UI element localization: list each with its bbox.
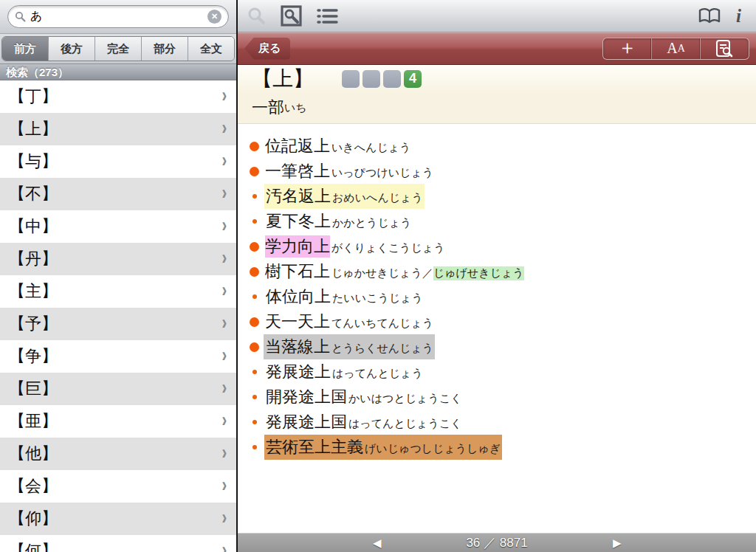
entry-reading: いっぴつけいじょう (331, 166, 433, 180)
entry-bullet-icon (252, 445, 257, 449)
chevron-right-icon: › (222, 484, 227, 489)
list-view-icon[interactable] (316, 7, 339, 26)
entry-word: 学力向上 (265, 235, 330, 258)
entry-bullet-icon (252, 420, 257, 424)
search-in-page-button[interactable] (701, 38, 749, 59)
entry-word: 芸術至上主義 (266, 436, 363, 458)
list-item[interactable]: 【予】› (0, 308, 236, 340)
pager-bar: ◀ 36 ／ 8871 ▶ (238, 533, 756, 552)
entry-text: 開発途上国かいはつとじょうこく (264, 384, 464, 410)
sidebar: あ ✕ 前方後方完全部分全文 検索（273） 【丁】›【上】›【与】›【不】›【… (0, 0, 236, 552)
pattern-view-icon[interactable] (280, 4, 303, 27)
list-item[interactable]: 【何】› (0, 535, 236, 552)
tab-全文[interactable]: 全文 (188, 37, 234, 61)
clear-search-icon[interactable]: ✕ (207, 10, 221, 24)
search-value[interactable]: あ (30, 9, 207, 24)
entry-row[interactable]: 開発途上国かいはつとじょうこく (250, 384, 756, 410)
info-icon[interactable]: i (736, 7, 741, 25)
results-count-header: 検索（273） (0, 64, 236, 80)
top-toolbar: i (238, 0, 756, 32)
chevron-right-icon: › (222, 224, 227, 229)
headword: 【上】 (252, 65, 314, 93)
list-item[interactable]: 【他】› (0, 438, 236, 470)
list-item[interactable]: 【仰】› (0, 503, 236, 535)
back-button[interactable]: 戻る (244, 38, 290, 60)
entry-text: 発展途上国はってんとじょうこく (264, 410, 464, 435)
list-item[interactable]: 【主】› (0, 275, 236, 308)
list-item[interactable]: 【争】› (0, 340, 236, 373)
list-item[interactable]: 【丹】› (0, 243, 236, 275)
next-page-icon[interactable]: ▶ (613, 534, 622, 552)
entry-row[interactable]: 学力向上がくりょくこうじょう (250, 234, 756, 259)
entry-text: 汚名返上おめいへんじょう (264, 184, 425, 209)
dictionary-app: あ ✕ 前方後方完全部分全文 検索（273） 【丁】›【上】›【与】›【不】›【… (0, 0, 756, 552)
entry-word: 当落線上 (265, 336, 330, 358)
page-square[interactable] (383, 70, 401, 88)
list-item[interactable]: 【与】› (0, 145, 236, 178)
utility-buttons: i (698, 7, 747, 25)
sidebar-entry-list: 【丁】›【上】›【与】›【不】›【中】›【丹】›【主】›【予】›【争】›【巨】›… (0, 80, 236, 552)
list-item-label: 【不】 (9, 183, 58, 205)
entry-word: 開発途上国 (266, 386, 347, 408)
list-item-label: 【巨】 (9, 378, 58, 400)
list-item[interactable]: 【亜】› (0, 405, 236, 438)
tab-前方[interactable]: 前方 (2, 37, 49, 61)
chevron-right-icon: › (222, 257, 227, 261)
entry-row[interactable]: 汚名返上おめいへんじょう (250, 184, 756, 209)
tab-部分[interactable]: 部分 (142, 37, 188, 61)
page-square-active[interactable]: 4 (404, 70, 422, 88)
chevron-right-icon: › (222, 159, 227, 164)
entry-text: 芸術至上主義げいじゅつしじょうしゅぎ (264, 435, 502, 460)
list-item[interactable]: 【会】› (0, 470, 236, 503)
add-bookmark-button[interactable]: ＋ (603, 38, 652, 59)
search-mode-tabs: 前方後方完全部分全文 (1, 36, 235, 61)
section-word: 一部 (252, 97, 284, 119)
entry-row[interactable]: 体位向上たいいこうじょう (250, 284, 756, 309)
entry-row[interactable]: 位記返上いきへんじょう (250, 134, 756, 159)
search-bar-area: あ ✕ (0, 0, 236, 34)
entry-text: 一筆啓上いっぴつけいじょう (264, 159, 435, 184)
page-square[interactable] (362, 70, 380, 88)
entry-row[interactable]: 発展途上国はってんとじょうこく (250, 410, 756, 435)
entry-row[interactable]: 夏下冬上かかとうじょう (250, 209, 756, 234)
entry-bullet-icon (252, 395, 257, 399)
entry-text: 天一天上てんいちてんじょう (264, 309, 435, 334)
entry-content: 【上】 4 一部 いち 位記返上いきへんじょう一筆啓上いっぴつけいじょう汚名返上… (238, 65, 756, 533)
entry-row[interactable]: 当落線上とうらくせんじょう (250, 334, 756, 359)
entry-row[interactable]: 天一天上てんいちてんじょう (250, 309, 756, 334)
chevron-right-icon: › (222, 289, 227, 294)
chevron-right-icon: › (222, 517, 227, 521)
search-icon[interactable] (247, 6, 267, 26)
navigation-toolbar: 戻る ＋ AA (238, 32, 756, 65)
entry-row[interactable]: 芸術至上主義げいじゅつしじょうしゅぎ (250, 435, 756, 460)
list-item[interactable]: 【上】› (0, 113, 236, 145)
list-item-label: 【何】 (9, 540, 58, 552)
entry-word: 発展途上国 (266, 411, 347, 433)
search-input[interactable]: あ ✕ (7, 5, 229, 28)
page-indicator: 4 (342, 70, 422, 88)
entry-bullet-icon (250, 342, 259, 352)
entry-bullet-icon (252, 370, 257, 374)
font-size-button[interactable]: AA (652, 38, 701, 59)
chevron-right-icon: › (222, 354, 227, 359)
entry-reading: かいはつとじょうこく (348, 392, 462, 406)
entry-bullet-icon (250, 242, 259, 252)
entry-row[interactable]: 一筆啓上いっぴつけいじょう (250, 159, 756, 184)
entry-reading: てんいちてんじょう (331, 317, 433, 331)
page-square[interactable] (342, 70, 360, 88)
list-item-label: 【上】 (9, 118, 58, 140)
tab-完全[interactable]: 完全 (95, 37, 142, 61)
list-item[interactable]: 【巨】› (0, 373, 236, 405)
entry-bullet-icon (252, 294, 257, 299)
entry-row[interactable]: 樹下石上じゅかせきじょう／じゅげせきじょう (250, 259, 756, 284)
entry-row[interactable]: 発展途上はってんとじょう (250, 359, 756, 384)
bookmarks-icon[interactable] (698, 7, 721, 25)
list-item[interactable]: 【不】› (0, 178, 236, 210)
entry-bullet-icon (250, 317, 259, 327)
chevron-right-icon: › (222, 452, 227, 456)
list-item[interactable]: 【中】› (0, 210, 236, 243)
entry-text: 位記返上いきへんじょう (264, 134, 412, 159)
tab-後方[interactable]: 後方 (49, 37, 95, 61)
list-item-label: 【予】 (9, 313, 58, 335)
list-item[interactable]: 【丁】› (0, 80, 236, 113)
